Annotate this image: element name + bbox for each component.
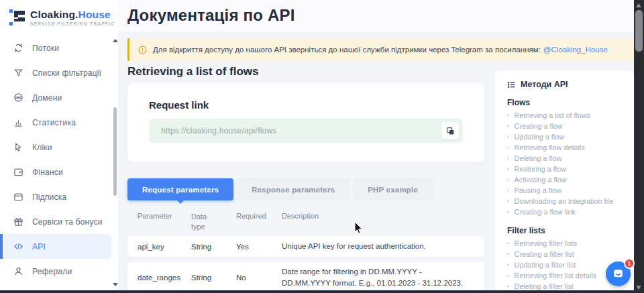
user-icon [13, 266, 23, 276]
api-methods-panel: Методи API Flows Retrieving a list of fl… [495, 70, 634, 290]
sidebar-item-finance[interactable]: Фінанси [0, 160, 111, 184]
cell-parameter: api_key [138, 243, 191, 251]
table-row: api_key String Yes Unique API key for re… [127, 236, 484, 257]
info-icon [138, 46, 147, 54]
request-link-title: Request link [149, 99, 209, 111]
sidebar-item-api[interactable]: API [0, 234, 111, 259]
toc-item[interactable]: Pausing a flow [507, 185, 625, 196]
sidebar-item-clicks[interactable]: Кліки [0, 135, 111, 160]
toc-item[interactable]: Retrieving filter lists [507, 238, 625, 249]
notification-badge: 1 [624, 258, 635, 269]
table-row: date_ranges String No Date range for fil… [127, 262, 484, 293]
logo[interactable]: Cloaking.House SERVICE FILTERING TRAFFIC [0, 0, 118, 27]
wallet-icon [13, 167, 23, 177]
credit-card-icon [13, 192, 23, 202]
request-url-field[interactable]: https://cloaking.house/api/flows [149, 119, 463, 143]
brand-name-accent: House [78, 9, 111, 20]
scroll-up-icon[interactable] [636, 3, 641, 7]
sync-icon [13, 43, 23, 53]
code-icon [13, 241, 23, 251]
request-link-card: Request link https://cloaking.house/api/… [127, 83, 484, 162]
sidebar-item-filter-lists[interactable]: Списки фільтрації [0, 60, 111, 85]
column-header-required: Required [236, 212, 282, 233]
window-bottom-edge [0, 290, 634, 293]
filter-icon [13, 68, 23, 78]
sidebar-item-label: Підписка [32, 192, 66, 202]
brand-name: Cloaking. [30, 9, 78, 20]
sidebar-item-services-bonuses[interactable]: Сервіси та бонуси [0, 209, 111, 234]
cell-data-type: String [191, 274, 236, 282]
sidebar-item-label: Списки фільтрації [32, 68, 101, 78]
sidebar-item-label: Сервіси та бонуси [32, 217, 103, 227]
scroll-down-icon[interactable] [113, 283, 118, 286]
toc-item[interactable]: Activating a flow [507, 174, 625, 185]
gift-icon [13, 217, 23, 227]
sidebar: Cloaking.House SERVICE FILTERING TRAFFIC… [0, 0, 118, 290]
page-title: Документація по API [127, 6, 295, 25]
tab-request-parameters[interactable]: Request parameters [127, 178, 233, 200]
section-title: Retrieving a list of flows [127, 65, 259, 78]
list-icon [507, 80, 516, 89]
toc-item[interactable]: Deleting a flow [507, 153, 625, 164]
sidebar-item-referrals[interactable]: Реферали [0, 259, 111, 284]
column-header-description: Description [282, 212, 471, 233]
sidebar-item-flows[interactable]: Потоки [0, 36, 111, 60]
sidebar-nav: Потоки Списки фільтрації Домени Статисти… [0, 36, 111, 284]
toc-item[interactable]: Creating a filter list [507, 249, 625, 259]
sidebar-scrollbar[interactable] [112, 38, 117, 286]
banner-text: Для відкриття доступу до нашого API звер… [153, 46, 541, 54]
page-scrollbar[interactable] [634, 0, 644, 293]
toc-item[interactable]: Updating a flow [507, 131, 625, 142]
sidebar-item-label: Статистика [32, 118, 76, 127]
sidebar-item-label: Фінанси [32, 168, 63, 177]
sidebar-item-statistics[interactable]: Статистика [0, 110, 111, 135]
cell-required: No [236, 274, 282, 282]
column-header-data-type: Data type [191, 212, 215, 233]
toc-item[interactable]: Retrieving flow details [507, 142, 625, 153]
info-banner: Для відкриття доступу до нашого API звер… [127, 38, 634, 61]
scroll-up-icon[interactable] [113, 39, 118, 42]
sidebar-item-label: Потоки [32, 44, 59, 53]
telegram-link[interactable]: @Cloaking_House [543, 46, 608, 54]
api-methods-header: Методи API [507, 80, 625, 89]
sidebar-scrollbar-thumb[interactable] [113, 107, 117, 196]
copy-icon [446, 127, 455, 135]
chat-bubble-icon [612, 268, 625, 280]
sidebar-item-label: Домени [32, 93, 62, 103]
scroll-down-icon[interactable] [636, 286, 641, 290]
cursor-icon [13, 142, 23, 152]
sidebar-item-subscription[interactable]: Підписка [0, 184, 111, 209]
sidebar-item-label: Реферали [32, 267, 72, 276]
tab-php-example[interactable]: PHP example [353, 178, 433, 200]
toc-item[interactable]: Creating a flow [507, 121, 625, 131]
toc-item[interactable]: Downloading an integration file [507, 196, 625, 207]
page-scrollbar-thumb[interactable] [635, 10, 643, 52]
globe-icon [13, 93, 23, 103]
column-header-parameter: Parameter [138, 212, 191, 233]
cell-description: Unique API key for request authenticatio… [282, 241, 471, 252]
table-header: Parameter Data type Required Description [127, 209, 484, 233]
cell-required: Yes [236, 243, 282, 251]
request-url: https://cloaking.house/api/flows [161, 126, 441, 135]
parameter-tabs: Request parameters Response parameters P… [127, 178, 433, 200]
cell-parameter: date_ranges [138, 274, 191, 282]
sidebar-item-label: API [32, 242, 46, 251]
sidebar-item-domains[interactable]: Домени [0, 85, 111, 110]
bar-chart-icon [13, 117, 23, 127]
cloaking-house-logo-icon [9, 9, 26, 27]
toc-item[interactable]: Creating a flow link [507, 207, 625, 217]
toc-item[interactable]: Restoring a flow [507, 164, 625, 174]
api-methods-title: Методи API [521, 80, 568, 89]
toc-group-filter-lists: Filter lists [507, 226, 625, 235]
cell-description: Date range for filtering in DD.MM.YYYY -… [282, 266, 471, 288]
toc-group-flows: Flows [507, 98, 625, 107]
copy-button[interactable] [441, 122, 459, 139]
cell-data-type: String [191, 243, 236, 251]
brand-tagline: SERVICE FILTERING TRAFFIC [30, 22, 115, 27]
tab-response-parameters[interactable]: Response parameters [237, 178, 350, 200]
sidebar-item-label: Кліки [32, 143, 52, 152]
toc-item[interactable]: Retrieving a list of flows [507, 110, 625, 121]
logo-text: Cloaking.House SERVICE FILTERING TRAFFIC [30, 9, 115, 26]
